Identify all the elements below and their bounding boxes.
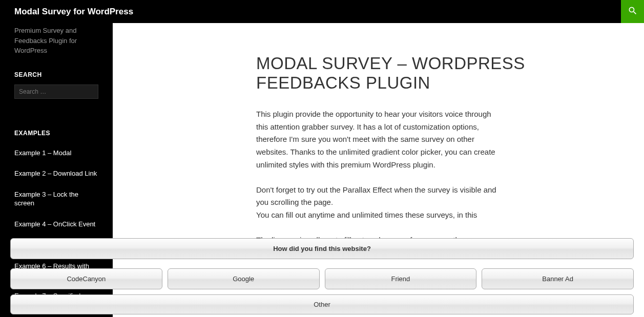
search-input[interactable] xyxy=(14,84,98,99)
survey-question: How did you find this website? xyxy=(10,238,634,259)
sidebar-item-example-1[interactable]: Example 1 – Modal xyxy=(14,143,98,164)
survey-option-other[interactable]: Other xyxy=(10,294,634,314)
search-icon xyxy=(628,6,638,18)
tagline: Premium Survey and Feedbacks Plugin for … xyxy=(0,23,113,66)
search-heading: SEARCH xyxy=(0,66,113,84)
sidebar-item-example-4[interactable]: Example 4 – OnClick Event xyxy=(14,214,98,235)
page-title: MODAL SURVEY – WORDPRESS FEEDBACKS PLUGI… xyxy=(256,54,603,93)
sidebar-item-example-2[interactable]: Example 2 – Download Link xyxy=(14,163,98,184)
survey-option-google[interactable]: Google xyxy=(168,268,320,289)
sidebar-item-example-3[interactable]: Example 3 – Lock the screen xyxy=(14,184,98,214)
survey-option-friend[interactable]: Friend xyxy=(325,268,477,289)
paragraph-2: Don't forget to try out the Parallax Eff… xyxy=(256,184,502,209)
survey-overlay: How did you find this website? CodeCanyo… xyxy=(10,238,634,317)
site-title[interactable]: Modal Survey for WordPress xyxy=(0,7,133,17)
survey-option-bannerad[interactable]: Banner Ad xyxy=(482,268,634,289)
paragraph-3: You can fill out anytime and unlimited t… xyxy=(256,209,502,222)
survey-options-row: CodeCanyon Google Friend Banner Ad xyxy=(10,268,634,289)
header: Modal Survey for WordPress xyxy=(0,0,644,23)
survey-option-codecanyon[interactable]: CodeCanyon xyxy=(10,268,162,289)
examples-heading: EXAMPLES xyxy=(0,124,113,143)
search-toggle-button[interactable] xyxy=(621,0,644,23)
paragraph-1: This plugin provide the opportunity to h… xyxy=(256,108,502,172)
